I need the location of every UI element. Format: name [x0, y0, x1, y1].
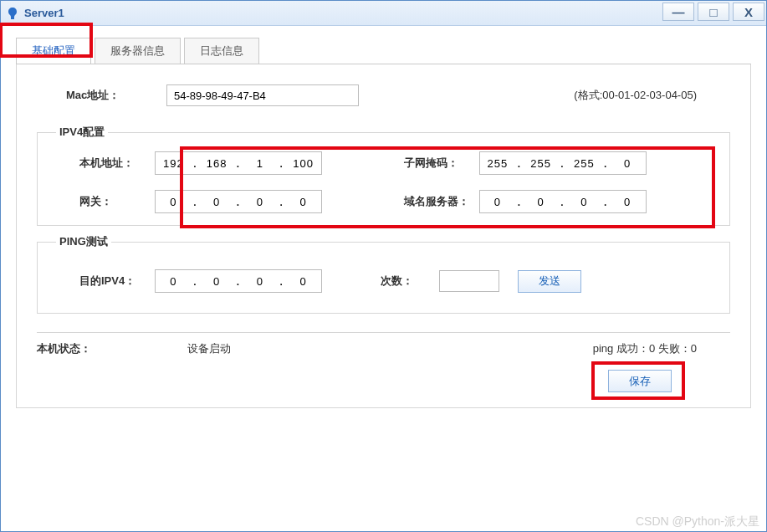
tab-basic-config[interactable]: 基础配置 — [16, 38, 91, 64]
dns-input[interactable]: 0.0.0.0 — [479, 190, 647, 213]
ping-legend: PING测试 — [56, 234, 111, 249]
tab-panel: Mac地址： (格式:00-01-02-03-04-05) IPV4配置 本机地… — [16, 64, 751, 408]
content-area: 基础配置 服务器信息 日志信息 Mac地址： (格式:00-01-02-03-0… — [1, 26, 766, 415]
mac-input[interactable] — [166, 84, 359, 106]
svg-rect-0 — [11, 18, 14, 19]
ping-fieldset: PING测试 目的IPV4： 0.0.0.0 次数： 发送 — [37, 234, 730, 314]
tab-log-info[interactable]: 日志信息 — [184, 38, 259, 64]
ipv4-legend: IPV4配置 — [56, 125, 108, 140]
host-status-value: 设备启动 — [187, 341, 488, 356]
ping-count-input[interactable] — [439, 270, 499, 292]
watermark: CSDN @Python-派大星 — [636, 514, 759, 529]
minimize-button[interactable]: — — [662, 3, 694, 21]
host-status-label: 本机状态： — [37, 341, 187, 356]
host-ip-label: 本机地址： — [79, 156, 155, 171]
window-frame: Server1 — □ X 基础配置 服务器信息 日志信息 Mac地址： (格式… — [0, 0, 767, 532]
save-button[interactable]: 保存 — [608, 370, 672, 392]
gateway-input[interactable]: 0.0.0.0 — [155, 190, 322, 213]
titlebar: Server1 — □ X — [1, 1, 766, 26]
ping-target-input[interactable]: 0.0.0.0 — [155, 269, 322, 293]
maximize-button[interactable]: □ — [698, 3, 729, 21]
mask-label: 子网掩码： — [404, 156, 479, 171]
ipv4-fieldset: IPV4配置 本机地址： 192.168.1.100 子网掩码： 255.255… — [37, 125, 730, 226]
dns-label: 域名服务器： — [404, 194, 479, 209]
gateway-label: 网关： — [79, 194, 155, 209]
ping-result: ping 成功：0 失败：0 — [593, 341, 697, 356]
app-icon — [6, 7, 19, 20]
mac-label: Mac地址： — [66, 88, 166, 103]
tab-bar: 基础配置 服务器信息 日志信息 — [16, 38, 751, 64]
send-button[interactable]: 发送 — [518, 270, 581, 293]
status-bar: 本机状态： 设备启动 ping 成功：0 失败：0 — [37, 332, 730, 356]
mac-format-hint: (格式:00-01-02-03-04-05) — [574, 88, 697, 103]
host-ip-input[interactable]: 192.168.1.100 — [155, 151, 322, 175]
close-button[interactable]: X — [733, 3, 764, 21]
ping-count-label: 次数： — [381, 274, 439, 289]
mask-input[interactable]: 255.255.255.0 — [479, 151, 647, 175]
tab-server-info[interactable]: 服务器信息 — [95, 38, 181, 64]
window-title: Server1 — [24, 7, 64, 19]
ping-target-label: 目的IPV4： — [79, 274, 155, 289]
